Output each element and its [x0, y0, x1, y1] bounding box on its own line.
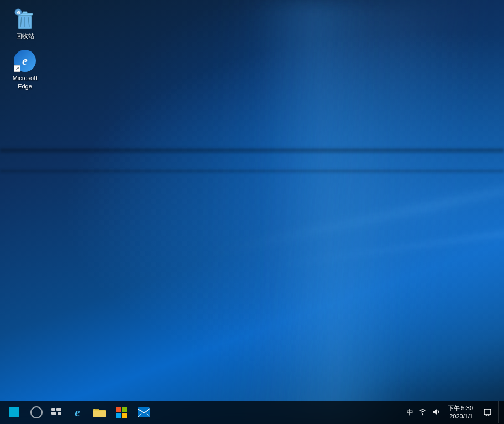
svg-rect-10 [9, 412, 14, 417]
store-icon [116, 407, 127, 418]
svg-rect-22 [138, 407, 150, 417]
svg-rect-2 [23, 12, 27, 14]
system-clock[interactable]: 下午 5:30 2020/1/1 [443, 404, 477, 421]
desktop-icons-area: ⚙ 回收站 e MicrosoftEdge [0, 0, 50, 103]
edge-letter: e [22, 55, 28, 67]
svg-text:⚙: ⚙ [17, 11, 20, 15]
svg-rect-11 [14, 412, 19, 417]
recycle-bin-label: 回收站 [16, 32, 34, 40]
volume-icon[interactable] [430, 408, 442, 417]
svg-rect-12 [51, 408, 55, 411]
dark-band-1 [0, 148, 504, 153]
file-explorer-icon [93, 407, 106, 417]
microsoft-edge-icon[interactable]: e MicrosoftEdge [6, 48, 44, 92]
svg-rect-15 [58, 412, 61, 415]
edge-taskbar-icon: e [75, 406, 80, 419]
network-svg [419, 408, 427, 416]
action-center-icon [484, 409, 491, 416]
svg-rect-8 [9, 407, 14, 412]
recycle-bin-icon[interactable]: ⚙ 回收站 [6, 6, 44, 42]
show-desktop-button[interactable] [498, 401, 502, 423]
mail-button[interactable] [133, 401, 155, 423]
edge-image: e [14, 50, 36, 72]
store-button[interactable] [111, 401, 133, 423]
svg-rect-16 [95, 409, 99, 410]
svg-rect-26 [484, 409, 491, 415]
taskview-button[interactable] [46, 401, 66, 423]
edge-taskbar-button[interactable]: e [66, 401, 89, 423]
svg-rect-14 [51, 412, 56, 415]
recycle-bin-image: ⚙ [14, 8, 36, 30]
dark-band-2 [0, 170, 504, 172]
svg-rect-21 [118, 409, 126, 416]
svg-point-25 [422, 413, 423, 415]
start-button[interactable] [2, 401, 27, 423]
action-center-button[interactable] [479, 401, 496, 423]
clock-date: 2020/1/1 [448, 412, 473, 421]
language-indicator[interactable]: 中 [404, 408, 415, 417]
shortcut-arrow-icon [14, 65, 20, 72]
svg-rect-13 [56, 408, 61, 411]
mail-icon [138, 407, 150, 417]
file-explorer-button[interactable] [89, 401, 111, 423]
recycle-bin-svg: ⚙ [14, 8, 36, 30]
volume-svg [432, 408, 440, 416]
svg-rect-9 [14, 407, 19, 412]
windows-logo-icon [9, 407, 19, 417]
clock-time: 下午 5:30 [448, 404, 473, 412]
system-tray: 中 下午 5:30 2020/1/1 [404, 401, 498, 423]
cortana-button[interactable] [27, 401, 46, 423]
network-icon[interactable] [417, 408, 429, 417]
desktop: ⚙ 回收站 e MicrosoftEdge [0, 0, 504, 424]
taskbar: e [0, 401, 504, 424]
taskview-icon [51, 408, 61, 417]
cortana-circle-icon [30, 406, 43, 418]
light-beams [0, 0, 504, 424]
edge-label: MicrosoftEdge [13, 74, 38, 90]
